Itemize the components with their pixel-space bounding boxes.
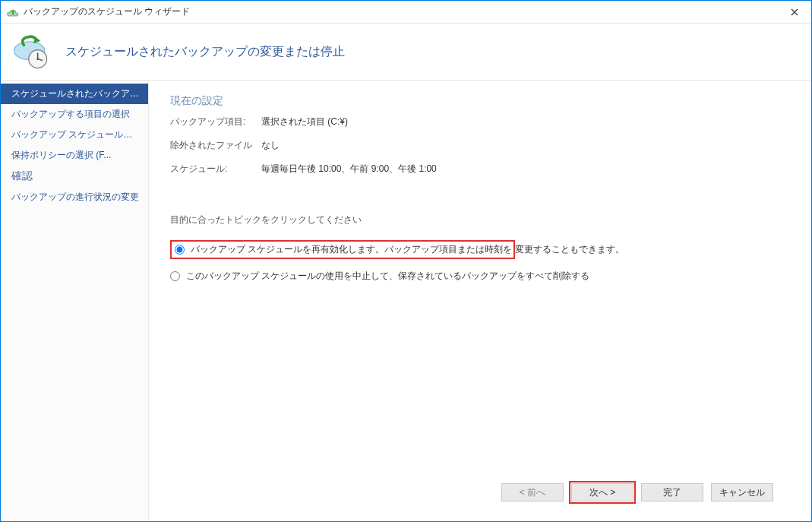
sidebar-item-modify-backup[interactable]: スケジュールされたバックアップを.. xyxy=(1,84,148,104)
finish-button[interactable]: 完了 xyxy=(641,483,703,501)
cancel-button[interactable]: キャンセル xyxy=(711,483,773,501)
sidebar-item-confirm[interactable]: 確認 xyxy=(1,166,148,187)
sidebar-item-retention-policy[interactable]: 保持ポリシーの選択 (F... xyxy=(1,145,148,166)
back-button[interactable]: < 前へ xyxy=(501,483,564,501)
wizard-footer: < 前へ 次へ > 完了 キャンセル xyxy=(170,473,790,512)
option-reenable-row: バックアップ スケジュールを再有効化します。バックアップ項目または時刻を 変更す… xyxy=(170,240,790,259)
value-backup-items: 選択された項目 (C:¥) xyxy=(261,115,348,128)
radio-reenable-label-part2[interactable]: 変更することもできます。 xyxy=(515,243,624,256)
window-title: バックアップのスケジュール ウィザード xyxy=(24,5,190,18)
value-excluded-files: なし xyxy=(261,139,280,152)
wizard-steps-sidebar: スケジュールされたバックアップを.. バックアップする項目の選択 バックアップ … xyxy=(1,81,149,521)
highlight-reenable: バックアップ スケジュールを再有効化します。バックアップ項目または時刻を xyxy=(170,240,515,259)
value-schedule: 毎週毎日午後 10:00、午前 9:00、午後 1:00 xyxy=(261,163,437,176)
sidebar-item-progress[interactable]: バックアップの進行状況の変更 xyxy=(1,187,148,207)
page-title: スケジュールされたバックアップの変更または停止 xyxy=(65,44,345,60)
option-stop-row: このバックアップ スケジュールの使用を中止して、保存されているバックアップをすべ… xyxy=(170,270,790,283)
radio-stop[interactable] xyxy=(170,271,180,281)
row-excluded-files: 除外されたファイル なし xyxy=(170,139,790,152)
sidebar-item-select-schedule[interactable]: バックアップ スケジュールの選択 ... xyxy=(1,125,148,145)
next-button[interactable]: 次へ > xyxy=(571,483,633,501)
radio-reenable-label-part1[interactable]: バックアップ スケジュールを再有効化します。バックアップ項目または時刻を xyxy=(191,243,512,256)
radio-stop-label[interactable]: このバックアップ スケジュールの使用を中止して、保存されているバックアップをすべ… xyxy=(186,270,589,283)
label-schedule: スケジュール: xyxy=(170,163,261,176)
label-excluded-files: 除外されたファイル xyxy=(170,139,261,152)
row-schedule: スケジュール: 毎週毎日午後 10:00、午前 9:00、午後 1:00 xyxy=(170,163,790,176)
titlebar: バックアップのスケジュール ウィザード xyxy=(1,1,811,24)
app-icon xyxy=(7,6,19,18)
current-settings-title: 現在の設定 xyxy=(170,94,790,108)
main-content: 現在の設定 バックアップ項目: 選択された項目 (C:¥) 除外されたファイル … xyxy=(149,81,811,521)
label-backup-items: バックアップ項目: xyxy=(170,115,261,128)
header-icon xyxy=(10,31,52,73)
radio-reenable[interactable] xyxy=(175,245,185,255)
row-backup-items: バックアップ項目: 選択された項目 (C:¥) xyxy=(170,115,790,128)
sidebar-item-select-items[interactable]: バックアップする項目の選択 xyxy=(1,104,148,125)
instruction-text: 目的に合ったトピックをクリックしてください xyxy=(170,214,790,226)
close-button[interactable] xyxy=(777,1,811,24)
wizard-header: スケジュールされたバックアップの変更または停止 xyxy=(1,24,811,81)
